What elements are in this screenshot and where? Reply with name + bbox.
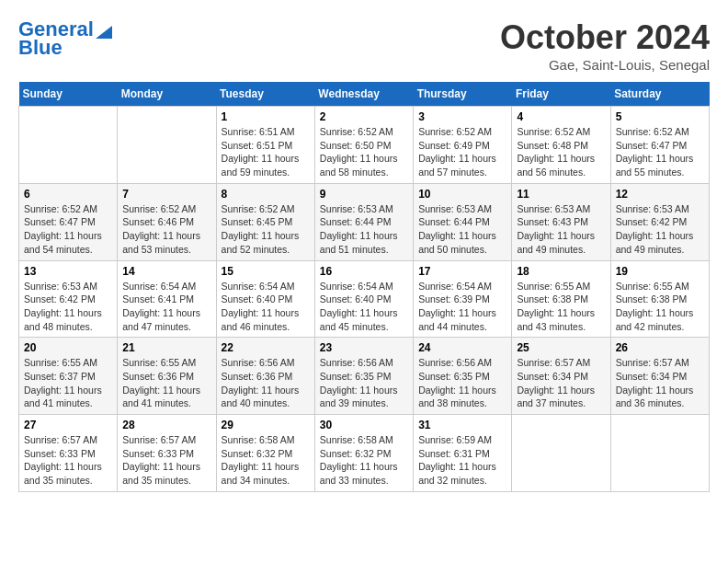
- calendar-cell: 29Sunrise: 6:58 AMSunset: 6:32 PMDayligh…: [216, 415, 314, 492]
- day-number: 18: [517, 265, 605, 278]
- day-info: Sunrise: 6:54 AMSunset: 6:39 PMDaylight:…: [418, 280, 506, 334]
- day-number: 6: [24, 188, 112, 201]
- day-number: 17: [418, 265, 506, 278]
- calendar-cell: 17Sunrise: 6:54 AMSunset: 6:39 PMDayligh…: [414, 260, 512, 338]
- day-number: 24: [418, 341, 506, 354]
- week-row-3: 13Sunrise: 6:53 AMSunset: 6:42 PMDayligh…: [19, 260, 710, 338]
- calendar-cell: 28Sunrise: 6:57 AMSunset: 6:33 PMDayligh…: [118, 415, 216, 492]
- calendar-cell: 27Sunrise: 6:57 AMSunset: 6:33 PMDayligh…: [19, 415, 118, 492]
- day-info: Sunrise: 6:57 AMSunset: 6:34 PMDaylight:…: [616, 356, 704, 410]
- day-info: Sunrise: 6:57 AMSunset: 6:33 PMDaylight:…: [122, 433, 210, 488]
- svg-marker-0: [96, 26, 112, 39]
- calendar-cell: 11Sunrise: 6:53 AMSunset: 6:43 PMDayligh…: [512, 183, 610, 260]
- day-info: Sunrise: 6:53 AMSunset: 6:44 PMDaylight:…: [320, 202, 408, 257]
- day-number: 15: [222, 265, 310, 278]
- calendar-cell: 2Sunrise: 6:52 AMSunset: 6:50 PMDaylight…: [314, 107, 413, 184]
- day-number: 30: [320, 419, 408, 431]
- day-number: 9: [320, 188, 408, 201]
- day-info: Sunrise: 6:52 AMSunset: 6:50 PMDaylight:…: [320, 125, 408, 179]
- day-info: Sunrise: 6:52 AMSunset: 6:45 PMDaylight:…: [222, 202, 310, 257]
- calendar-cell: 18Sunrise: 6:55 AMSunset: 6:38 PMDayligh…: [512, 260, 610, 338]
- day-info: Sunrise: 6:51 AMSunset: 6:51 PMDaylight:…: [222, 125, 310, 179]
- day-info: Sunrise: 6:58 AMSunset: 6:32 PMDaylight:…: [222, 433, 310, 488]
- logo: General Blue: [18, 18, 112, 59]
- day-number: 11: [517, 188, 605, 201]
- day-info: Sunrise: 6:58 AMSunset: 6:32 PMDaylight:…: [320, 433, 408, 488]
- calendar-cell: 6Sunrise: 6:52 AMSunset: 6:47 PMDaylight…: [19, 183, 118, 260]
- week-row-2: 6Sunrise: 6:52 AMSunset: 6:47 PMDaylight…: [19, 183, 710, 260]
- calendar-cell: 31Sunrise: 6:59 AMSunset: 6:31 PMDayligh…: [414, 415, 512, 492]
- calendar-cell: 8Sunrise: 6:52 AMSunset: 6:45 PMDaylight…: [216, 183, 314, 260]
- calendar-cell: 21Sunrise: 6:55 AMSunset: 6:36 PMDayligh…: [118, 338, 216, 415]
- col-friday: Friday: [512, 82, 610, 107]
- day-number: 5: [616, 110, 704, 123]
- calendar-cell: 13Sunrise: 6:53 AMSunset: 6:42 PMDayligh…: [19, 260, 118, 338]
- day-info: Sunrise: 6:57 AMSunset: 6:34 PMDaylight:…: [517, 356, 605, 410]
- day-info: Sunrise: 6:54 AMSunset: 6:40 PMDaylight:…: [222, 280, 310, 334]
- day-number: 27: [24, 419, 112, 431]
- calendar-cell: 12Sunrise: 6:53 AMSunset: 6:42 PMDayligh…: [610, 183, 709, 260]
- logo-bird-icon: [96, 18, 112, 39]
- calendar-cell: 23Sunrise: 6:56 AMSunset: 6:35 PMDayligh…: [314, 338, 413, 415]
- day-number: 3: [418, 110, 506, 123]
- calendar-cell: [19, 107, 118, 184]
- col-thursday: Thursday: [414, 82, 512, 107]
- day-number: 25: [517, 341, 605, 354]
- calendar-cell: 19Sunrise: 6:55 AMSunset: 6:38 PMDayligh…: [610, 260, 709, 338]
- day-number: 16: [320, 265, 408, 278]
- calendar-cell: 5Sunrise: 6:52 AMSunset: 6:47 PMDaylight…: [610, 107, 709, 184]
- day-info: Sunrise: 6:52 AMSunset: 6:49 PMDaylight:…: [418, 125, 506, 179]
- calendar-cell: 26Sunrise: 6:57 AMSunset: 6:34 PMDayligh…: [610, 338, 709, 415]
- day-info: Sunrise: 6:57 AMSunset: 6:33 PMDaylight:…: [24, 433, 112, 488]
- day-info: Sunrise: 6:55 AMSunset: 6:37 PMDaylight:…: [24, 356, 112, 410]
- day-number: 26: [616, 341, 704, 354]
- day-info: Sunrise: 6:56 AMSunset: 6:36 PMDaylight:…: [222, 356, 310, 410]
- day-number: 20: [24, 341, 112, 354]
- day-info: Sunrise: 6:53 AMSunset: 6:42 PMDaylight:…: [616, 202, 704, 257]
- day-number: 13: [24, 265, 112, 278]
- calendar-cell: 14Sunrise: 6:54 AMSunset: 6:41 PMDayligh…: [118, 260, 216, 338]
- calendar-cell: 20Sunrise: 6:55 AMSunset: 6:37 PMDayligh…: [19, 338, 118, 415]
- day-info: Sunrise: 6:55 AMSunset: 6:38 PMDaylight:…: [517, 280, 605, 334]
- calendar-cell: 30Sunrise: 6:58 AMSunset: 6:32 PMDayligh…: [314, 415, 413, 492]
- day-number: 8: [222, 188, 310, 201]
- day-info: Sunrise: 6:53 AMSunset: 6:44 PMDaylight:…: [418, 202, 506, 257]
- day-info: Sunrise: 6:55 AMSunset: 6:38 PMDaylight:…: [616, 280, 704, 334]
- calendar-cell: 22Sunrise: 6:56 AMSunset: 6:36 PMDayligh…: [216, 338, 314, 415]
- calendar-cell: 4Sunrise: 6:52 AMSunset: 6:48 PMDaylight…: [512, 107, 610, 184]
- day-number: 23: [320, 341, 408, 354]
- day-info: Sunrise: 6:54 AMSunset: 6:40 PMDaylight:…: [320, 280, 408, 334]
- calendar-cell: [610, 415, 709, 492]
- day-number: 28: [122, 419, 210, 431]
- calendar-cell: 9Sunrise: 6:53 AMSunset: 6:44 PMDaylight…: [314, 183, 413, 260]
- col-wednesday: Wednesday: [314, 82, 413, 107]
- calendar-table: Sunday Monday Tuesday Wednesday Thursday…: [18, 82, 710, 492]
- col-sunday: Sunday: [19, 82, 118, 107]
- day-info: Sunrise: 6:54 AMSunset: 6:41 PMDaylight:…: [122, 280, 210, 334]
- calendar-location: Gae, Saint-Louis, Senegal: [500, 57, 710, 73]
- day-info: Sunrise: 6:59 AMSunset: 6:31 PMDaylight:…: [418, 433, 506, 488]
- day-number: 12: [616, 188, 704, 201]
- calendar-cell: 10Sunrise: 6:53 AMSunset: 6:44 PMDayligh…: [414, 183, 512, 260]
- day-number: 29: [222, 419, 310, 431]
- day-number: 21: [122, 341, 210, 354]
- title-block: October 2024 Gae, Saint-Louis, Senegal: [500, 18, 710, 73]
- calendar-cell: 25Sunrise: 6:57 AMSunset: 6:34 PMDayligh…: [512, 338, 610, 415]
- day-info: Sunrise: 6:53 AMSunset: 6:43 PMDaylight:…: [517, 202, 605, 257]
- calendar-cell: [512, 415, 610, 492]
- col-monday: Monday: [118, 82, 216, 107]
- calendar-cell: [118, 107, 216, 184]
- day-info: Sunrise: 6:52 AMSunset: 6:47 PMDaylight:…: [616, 125, 704, 179]
- week-row-1: 1Sunrise: 6:51 AMSunset: 6:51 PMDaylight…: [19, 107, 710, 184]
- day-info: Sunrise: 6:52 AMSunset: 6:47 PMDaylight:…: [24, 202, 112, 257]
- day-number: 7: [122, 188, 210, 201]
- calendar-cell: 3Sunrise: 6:52 AMSunset: 6:49 PMDaylight…: [414, 107, 512, 184]
- week-row-4: 20Sunrise: 6:55 AMSunset: 6:37 PMDayligh…: [19, 338, 710, 415]
- day-info: Sunrise: 6:56 AMSunset: 6:35 PMDaylight:…: [418, 356, 506, 410]
- calendar-cell: 7Sunrise: 6:52 AMSunset: 6:46 PMDaylight…: [118, 183, 216, 260]
- col-saturday: Saturday: [610, 82, 709, 107]
- day-number: 1: [222, 110, 310, 123]
- page-header: General Blue October 2024 Gae, Saint-Lou…: [18, 18, 710, 73]
- calendar-cell: 15Sunrise: 6:54 AMSunset: 6:40 PMDayligh…: [216, 260, 314, 338]
- day-number: 10: [418, 188, 506, 201]
